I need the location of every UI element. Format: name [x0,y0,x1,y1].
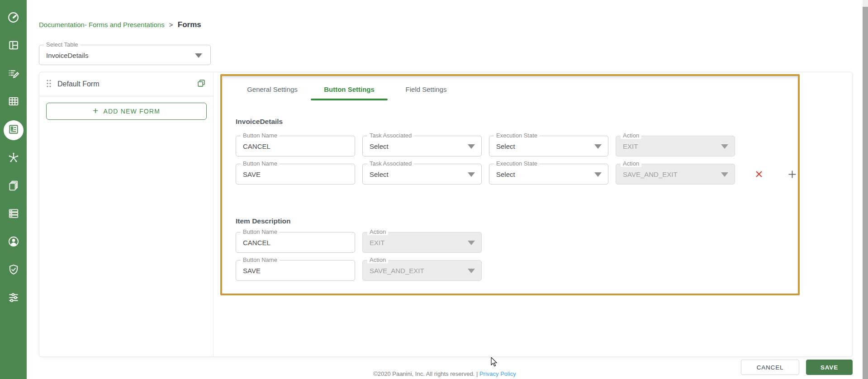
button-name-input[interactable]: Button Name SAVE [236,164,355,185]
field-label: Execution State [494,132,540,139]
breadcrumb-separator: > [169,21,173,28]
sidebar-item-form-builder[interactable] [4,64,24,84]
scrollbar[interactable] [863,0,868,379]
tab-field-settings[interactable]: Field Settings [388,81,465,98]
field-value: Select [496,142,515,150]
dropdown-arrow-icon [468,144,475,149]
field-value: EXIT [623,142,638,150]
tab-general-settings[interactable]: General Settings [234,81,311,98]
sidebar-item-layout[interactable] [4,36,24,56]
button-row: Button Name CANCEL Task Associated Selec… [236,136,735,156]
field-value: CANCEL [243,142,270,150]
field-label: Action [367,228,388,235]
main-card: Default Form + ADD NEW FORM General Sett… [39,72,853,357]
button-row: Button Name SAVE Action SAVE_AND_EXIT [236,260,482,281]
field-label: Action [621,132,641,139]
dashboard-gauge-icon [7,11,20,26]
user-icon [7,235,20,250]
action-select-disabled: Action SAVE_AND_EXIT [616,164,735,185]
button-name-input[interactable]: Button Name CANCEL [236,136,355,156]
breadcrumb-current: Forms [178,20,201,29]
network-hub-icon [7,151,20,166]
field-label: Button Name [241,160,280,167]
sidebar-item-documents[interactable] [4,176,24,196]
add-new-form-label: ADD NEW FORM [103,108,160,115]
settings-sliders-icon [7,291,20,306]
data-table-icon [7,95,20,109]
section-title-item-description: Item Description [236,217,290,225]
dropdown-arrow-icon [594,172,602,177]
copyright-text: ©2020 Paanini, Inc. All rights reserved.… [373,370,478,377]
copy-icon[interactable] [196,78,206,90]
sidebar-item-settings[interactable] [4,289,24,308]
form-list-panel: Default Form + ADD NEW FORM [39,72,213,356]
dropdown-arrow-icon [468,269,475,273]
field-value: Select [370,171,389,178]
scrollbar-thumb[interactable] [863,7,868,379]
field-label: Execution State [494,160,540,167]
field-label: Button Name [241,132,280,139]
breadcrumb-link-parent[interactable]: Documentation- Forms and Presentations [39,21,165,28]
button-name-input[interactable]: Button Name SAVE [236,260,355,281]
task-associated-select[interactable]: Task Associated Select [362,136,482,156]
field-value: EXIT [370,239,384,246]
button-settings-panel: General Settings Button Settings Field S… [220,74,800,295]
field-label: Button Name [241,256,280,263]
action-select-disabled: Action EXIT [616,136,735,156]
field-label: Task Associated [367,160,414,167]
breadcrumb: Documentation- Forms and Presentations >… [39,20,201,29]
action-select-disabled: Action SAVE_AND_EXIT [362,260,482,281]
button-row: Button Name SAVE Task Associated Select … [236,164,797,185]
documents-icon [7,179,20,194]
form-name: Default Form [57,80,190,88]
sidebar-item-workflows[interactable] [4,148,24,168]
copyright: ©2020 Paanini, Inc. All rights reserved.… [27,370,863,377]
sidebar-item-dashboard[interactable] [4,8,24,28]
form-list-item-default-form[interactable]: Default Form [39,72,213,96]
tab-bar: General Settings Button Settings Field S… [234,81,465,98]
select-table-dropdown[interactable]: Select Table InvoiceDetails [39,45,211,65]
form-edit-icon [7,67,20,82]
dropdown-arrow-icon [195,53,202,58]
field-value: SAVE_AND_EXIT [623,171,678,178]
sidebar-item-tables[interactable] [4,92,24,112]
field-value: Select [496,171,515,178]
privacy-policy-link[interactable]: Privacy Policy [479,370,516,377]
dropdown-arrow-icon [594,144,602,149]
task-associated-select[interactable]: Task Associated Select [362,164,482,185]
dropdown-arrow-icon [468,172,475,177]
dropdown-arrow-icon [721,144,728,149]
delete-row-x-icon[interactable] [755,170,763,178]
layout-icon [7,39,20,53]
sidebar-item-users[interactable] [4,232,24,252]
action-select-disabled: Action EXIT [362,232,482,253]
app-root: Documentation- Forms and Presentations >… [0,0,868,379]
field-label: Button Name [241,228,280,235]
dropdown-arrow-icon [468,241,475,245]
sidebar-item-security[interactable] [4,261,24,280]
field-value: CANCEL [243,239,270,246]
sidebar-item-servers[interactable] [4,204,24,224]
execution-state-select[interactable]: Execution State Select [489,164,608,185]
add-row-plus-icon[interactable] [787,170,797,179]
execution-state-select[interactable]: Execution State Select [489,136,608,156]
section-title-invoicedetails: InvoiceDetails [236,118,283,126]
tab-button-settings[interactable]: Button Settings [311,81,388,98]
sidebar-item-forms-active[interactable] [4,120,24,140]
button-row: Button Name CANCEL Action EXIT [236,232,482,253]
field-value: Select [370,142,389,150]
dropdown-arrow-icon [721,172,728,177]
forms-icon [7,123,20,137]
drag-handle-icon[interactable] [46,79,52,90]
field-value: SAVE_AND_EXIT [370,267,424,275]
button-name-input[interactable]: Button Name CANCEL [236,232,355,253]
add-new-form-button[interactable]: + ADD NEW FORM [46,103,207,120]
plus-icon: + [93,105,99,116]
field-value: SAVE [243,267,261,275]
field-label: Action [621,160,641,167]
shield-check-icon [7,263,20,278]
select-table-label: Select Table [44,41,81,48]
select-table-value: InvoiceDetails [46,51,88,59]
field-label: Task Associated [367,132,414,139]
sidebar [0,0,27,379]
